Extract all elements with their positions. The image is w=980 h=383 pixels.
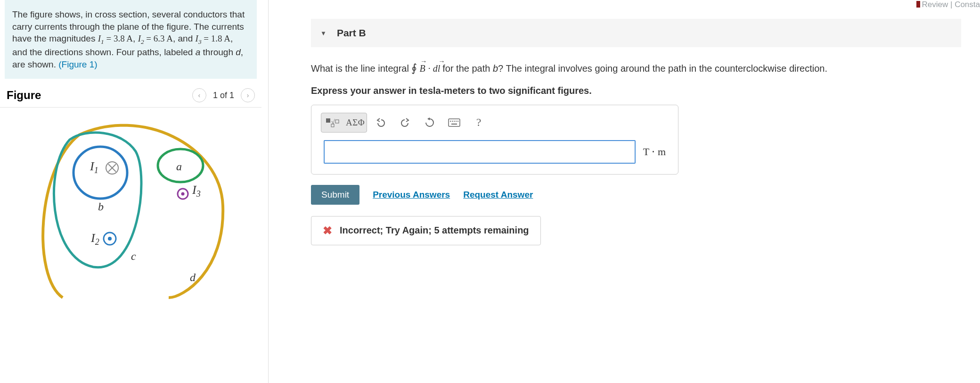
figure-next-button[interactable]: › xyxy=(241,88,255,102)
svg-text:d: d xyxy=(190,271,196,283)
figure-header: Figure ‹ 1 of 1 › xyxy=(0,88,261,108)
formula-tools: √ ΑΣΦ xyxy=(321,113,367,133)
svg-text:b: b xyxy=(98,200,104,213)
svg-rect-24 xyxy=(456,121,457,122)
svg-point-8 xyxy=(181,192,184,196)
question-text: What is the line integral ∮ B ⋅ dl for t… xyxy=(311,60,961,77)
template-button[interactable]: √ xyxy=(321,113,344,132)
svg-rect-23 xyxy=(454,121,455,122)
reset-button[interactable] xyxy=(419,113,441,132)
answer-input[interactable] xyxy=(324,140,636,164)
keyboard-button[interactable] xyxy=(443,113,465,132)
svg-rect-22 xyxy=(452,121,453,122)
action-row: Submit Previous Answers Request Answer xyxy=(311,185,980,205)
var-i1: I1 xyxy=(98,33,104,43)
feedback-box: ✖ Incorrect; Try Again; 5 attempts remai… xyxy=(311,216,541,245)
svg-text:I2: I2 xyxy=(90,231,99,247)
svg-point-6 xyxy=(108,237,112,241)
svg-rect-20 xyxy=(449,119,460,126)
answer-unit: T ⋅ m xyxy=(643,146,666,158)
submit-button[interactable]: Submit xyxy=(311,185,359,205)
figure-title: Figure xyxy=(7,89,41,102)
greek-button[interactable]: ΑΣΦ xyxy=(344,113,367,132)
svg-text:I3: I3 xyxy=(192,183,201,199)
figure-image: I1 I2 I3 a b c d xyxy=(18,111,244,300)
part-title: Part B xyxy=(337,27,366,39)
problem-statement: The figure shows, in cross section, seve… xyxy=(5,0,257,79)
svg-rect-16 xyxy=(326,118,330,123)
svg-point-0 xyxy=(74,147,127,199)
answer-toolbar: √ ΑΣΦ xyxy=(311,113,678,140)
answer-instruction: Express your answer in tesla-meters to t… xyxy=(311,85,961,96)
help-button[interactable]: ? xyxy=(468,113,490,132)
breadcrumbs: Review | Consta xyxy=(916,0,980,9)
right-column: Review | Consta ▼ Part B What is the lin… xyxy=(269,0,980,383)
left-column: The figure shows, in cross section, seve… xyxy=(0,0,269,383)
chevron-down-icon: ▼ xyxy=(320,30,327,37)
feedback-text: Incorrect; Try Again; 5 attempts remaini… xyxy=(340,225,529,236)
var-i3: I3 xyxy=(196,33,202,43)
part-header[interactable]: ▼ Part B xyxy=(311,19,961,47)
svg-text:I1: I1 xyxy=(90,159,98,175)
svg-rect-21 xyxy=(450,121,451,122)
request-answer-link[interactable]: Request Answer xyxy=(463,190,533,200)
var-i2: I2 xyxy=(138,33,144,43)
incorrect-icon: ✖ xyxy=(323,224,332,237)
figure-prev-button[interactable]: ‹ xyxy=(192,88,206,102)
reset-icon xyxy=(425,117,435,128)
svg-rect-26 xyxy=(451,124,457,125)
template-icon: √ xyxy=(326,117,340,128)
previous-answers-link[interactable]: Previous Answers xyxy=(373,190,450,200)
svg-rect-25 xyxy=(457,121,458,122)
svg-text:√: √ xyxy=(331,118,335,125)
svg-rect-18 xyxy=(335,120,339,123)
figure-counter: 1 of 1 xyxy=(213,91,234,100)
figure-navigator: ‹ 1 of 1 › xyxy=(192,88,255,102)
svg-text:c: c xyxy=(131,250,136,262)
redo-button[interactable] xyxy=(394,113,416,132)
redo-icon xyxy=(400,118,410,127)
undo-icon xyxy=(376,118,386,127)
keyboard-icon xyxy=(448,118,460,127)
figure-link[interactable]: (Figure 1) xyxy=(58,59,97,69)
svg-text:a: a xyxy=(176,160,182,173)
undo-button[interactable] xyxy=(370,113,392,132)
answer-panel: √ ΑΣΦ xyxy=(311,105,678,175)
